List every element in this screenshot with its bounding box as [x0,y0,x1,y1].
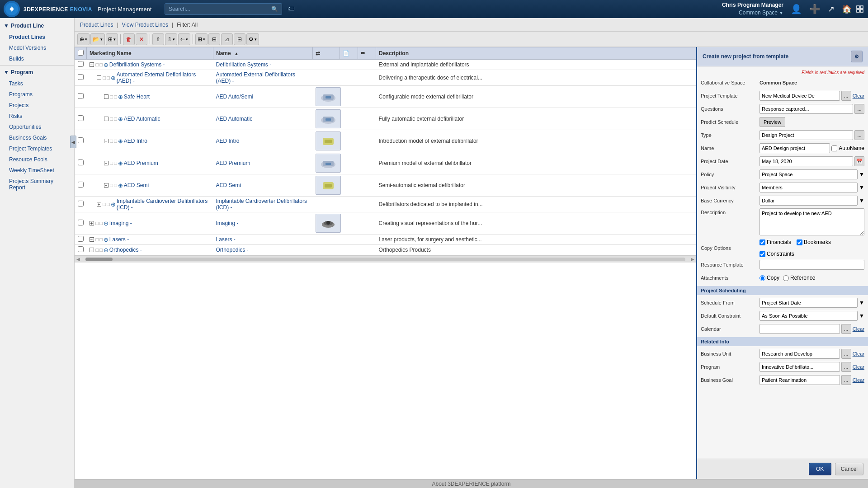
sidebar-item-weekly-timesheet[interactable]: Weekly TimeSheet [0,165,74,176]
expand-aed-auto[interactable]: + [104,117,108,121]
sidebar-item-programs[interactable]: Programs [0,89,74,100]
program-browse-btn[interactable]: ... [841,362,851,372]
marketing-name-aed-premium[interactable]: AED Premium [124,160,158,166]
sidebar-item-opportunities[interactable]: Opportunities [0,122,74,132]
open-button[interactable]: 📂▾ [90,33,105,45]
name-aed[interactable]: Automated External Defibrillators (AED) … [213,70,313,86]
name-icd[interactable]: Implantable Cardioverter Defibrillators … [213,197,313,212]
visibility-input[interactable] [760,183,858,192]
copy-constraints-checkbox[interactable] [760,251,765,257]
marketing-name-safe-heart[interactable]: Safe Heart [124,94,150,100]
default-constraint-dropdown-icon[interactable]: ▼ [859,313,864,319]
currency-input[interactable] [760,196,858,206]
type-browse-btn[interactable]: ... [854,130,864,140]
expand-safe-heart[interactable]: + [104,94,108,99]
marketing-name-aed[interactable]: Automated External Defibrillators (AED) … [117,71,211,84]
promote-button[interactable]: ⇧ [152,33,164,45]
program-clear[interactable]: Clear [853,364,864,370]
row-checkbox[interactable] [78,201,84,206]
marketing-name-icd[interactable]: Implantable Cardioverter Defibrillators … [117,198,211,211]
scroll-left-btn[interactable]: ◀ [75,257,82,262]
expand-lasers[interactable]: − [90,237,94,242]
attach-copy-radio[interactable] [760,275,765,281]
description-textarea[interactable]: Project to develop the new AED [760,208,864,235]
name-input[interactable] [760,143,830,153]
business-goal-browse-btn[interactable]: ... [841,375,851,385]
panel-settings-btn[interactable]: ⚙ [851,51,863,62]
marketing-name-imaging[interactable]: Imaging - [109,220,132,226]
marketing-name-lasers[interactable]: Lasers - [109,236,129,243]
filter-button[interactable]: ⊿ [221,33,233,45]
expand-aed-premium[interactable]: + [104,161,108,165]
attach-reference-label[interactable]: Reference [783,275,815,281]
copy-constraints-label[interactable]: Constraints [760,251,794,257]
sidebar-item-tasks[interactable]: Tasks [0,78,74,89]
new-button[interactable]: ⊕▾ [77,33,90,45]
col-name[interactable]: Name ▲ [213,47,313,60]
expand-imaging[interactable]: + [90,221,94,225]
business-unit-input[interactable] [760,349,840,359]
schedule-from-input[interactable] [760,298,858,308]
project-template-browse-btn[interactable]: ... [841,91,851,101]
row-checkbox[interactable] [78,115,84,121]
name-lasers[interactable]: Lasers - [213,235,313,245]
columns-button[interactable]: ⊟ [234,33,245,45]
name-orthopedics[interactable]: Orthopedics - [213,245,313,255]
project-template-clear[interactable]: Clear [853,93,864,99]
global-search[interactable]: 🔍 [165,3,282,15]
sidebar-item-model-versions[interactable]: Model Versions [0,42,74,53]
row-checkbox[interactable] [78,182,84,188]
name-defibrillation[interactable]: Defibrillation Systems - [213,60,313,70]
name-aed-intro[interactable]: AED Intro [213,130,313,152]
copy-bookmarks-label[interactable]: Bookmarks [797,239,831,245]
grid-button[interactable]: ⊟ [208,33,220,45]
business-goal-clear[interactable]: Clear [853,377,864,383]
row-checkbox[interactable] [78,137,84,143]
view-button[interactable]: ⊞▾ [106,33,118,45]
select-all-checkbox[interactable] [78,50,84,56]
autoname-checkbox[interactable] [831,145,837,151]
sidebar-section-program[interactable]: ▼ Program [0,66,74,78]
cancel-button[interactable]: Cancel [835,463,863,475]
default-constraint-input[interactable] [760,311,858,321]
questions-browse-btn[interactable]: ... [854,104,864,114]
copy-financials-checkbox[interactable] [760,239,765,245]
calendar-input[interactable] [760,324,840,334]
name-safe-heart[interactable]: AED Auto/Semi [213,86,313,108]
marketing-name-aed-semi[interactable]: AED Semi [124,182,149,188]
project-date-calendar-btn[interactable]: 📅 [854,156,864,166]
row-checkbox[interactable] [78,61,84,67]
program-input[interactable] [760,362,840,372]
tag-icon[interactable]: 🏷 [288,5,295,13]
row-checkbox[interactable] [78,246,84,252]
name-aed-semi[interactable]: AED Semi [213,174,313,197]
currency-dropdown-icon[interactable]: ▼ [859,197,864,204]
attach-copy-label[interactable]: Copy [760,275,779,281]
row-checkbox[interactable] [78,220,84,225]
expand-orthopedics[interactable]: − [90,248,94,252]
share-icon[interactable]: ↗ [828,4,835,14]
sidebar-item-projects[interactable]: Projects [0,100,74,111]
customize-button[interactable]: ⚙▾ [246,33,259,45]
sidebar-section-product-line[interactable]: ▼ Product Line [0,20,74,32]
scroll-right-btn[interactable]: ▶ [689,257,696,262]
policy-input[interactable] [760,169,858,179]
marketing-name-aed-auto[interactable]: AED Automatic [124,116,160,122]
sidebar-collapse-btn[interactable]: ◀ [70,136,76,148]
demote-button[interactable]: ⇩▾ [165,33,177,45]
row-checkbox[interactable] [78,236,84,242]
move-button[interactable]: ⇐▾ [178,33,190,45]
table-view-button[interactable]: ⊞▾ [195,33,208,45]
home-icon[interactable]: 🏠 [842,4,852,14]
delete-button[interactable]: 🗑 [123,33,135,45]
expand-icd[interactable]: + [97,202,101,206]
project-template-input[interactable] [760,91,840,101]
ok-button[interactable]: OK [809,463,831,475]
sidebar-item-resource-pools[interactable]: Resource Pools [0,154,74,165]
plus-icon[interactable]: ➕ [809,4,821,14]
questions-input[interactable] [760,104,853,114]
attach-reference-radio[interactable] [783,275,789,281]
remove-button[interactable]: ✕ [136,33,147,45]
sidebar-item-project-templates[interactable]: Project Templates [0,143,74,154]
marketing-name-aed-intro[interactable]: AED Intro [124,138,147,144]
